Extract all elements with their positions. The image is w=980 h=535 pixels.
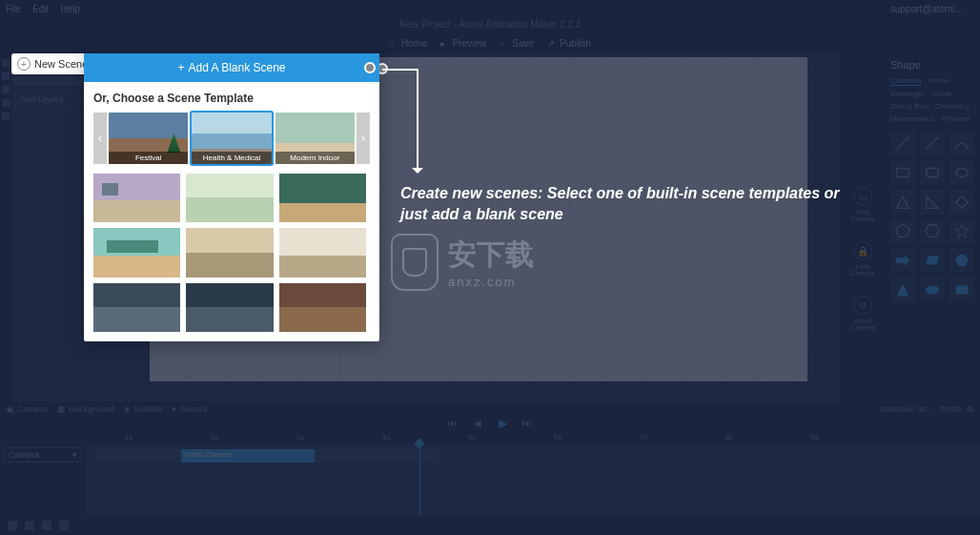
shape-hexagon[interactable]	[920, 218, 946, 244]
shape-arrow-right-fill[interactable]	[890, 248, 916, 274]
shape-panel-title: Shape	[890, 59, 974, 71]
shape-tab-math[interactable]: Mathematics	[890, 114, 933, 123]
carousel-item-health[interactable]: Health & Medical	[192, 113, 271, 164]
window-title: New Project - Atomi Animation Maker 2.2.…	[0, 17, 980, 32]
shape-star[interactable]	[949, 218, 974, 244]
template-item[interactable]	[93, 174, 180, 222]
svg-line-1	[926, 138, 938, 151]
lock-camera-button[interactable]: 🔒Lock Camera	[846, 241, 880, 277]
shape-right-triangle[interactable]	[920, 189, 946, 215]
svg-marker-10	[926, 225, 939, 237]
shape-grid	[890, 131, 974, 302]
shape-ellipse[interactable]	[949, 160, 974, 186]
carousel-prev-button[interactable]: ‹	[93, 113, 107, 164]
tab-camera[interactable]: ▣Camera	[6, 404, 48, 414]
settings-icon[interactable]: ⚙	[967, 404, 974, 414]
timeline-ruler: 1s 2s 3s 4s 5s 6s 7s 8s 9s	[0, 430, 980, 443]
track-dropdown[interactable]: Camera▾	[4, 447, 82, 463]
playback-controls: ⏮ ◀ ▶ ⏭	[0, 417, 980, 430]
status-icon-2[interactable]	[25, 521, 34, 530]
record-icon: ●	[172, 404, 176, 414]
main-toolbar: ⌂Home ▸Preview ▫Save ↗Publish	[0, 32, 980, 53]
shape-parallelogram-fill[interactable]	[920, 248, 946, 274]
timeline-track[interactable]: Initial Camera	[95, 449, 439, 463]
shape-tab-chemistry[interactable]: Chemistry	[935, 102, 970, 111]
shape-rounded-rect[interactable]	[920, 160, 946, 186]
template-item[interactable]	[186, 283, 273, 332]
plus-icon: +	[177, 61, 184, 74]
tool-1[interactable]	[2, 59, 10, 67]
shape-line[interactable]	[890, 131, 916, 156]
shape-tab-circle[interactable]: Circle	[932, 90, 951, 98]
shape-diamond[interactable]	[949, 189, 974, 215]
drag-handle-icon	[364, 62, 376, 73]
timeline-segment[interactable]: Initial Camera	[181, 449, 315, 463]
shape-tab-physical[interactable]: Physical	[941, 114, 970, 123]
tab-record[interactable]: ●Record	[172, 404, 207, 414]
shape-tab-arrow[interactable]: Arrow	[929, 76, 949, 86]
tool-4[interactable]	[2, 99, 10, 107]
menu-help[interactable]: Help	[60, 4, 80, 14]
reset-camera-button[interactable]: ↺Reset Camera	[846, 296, 880, 331]
template-item[interactable]	[279, 283, 366, 332]
play-button[interactable]: ▶	[498, 419, 507, 428]
add-blank-scene-button[interactable]: + Add A Blank Scene	[84, 53, 379, 82]
time-mark: 7s	[601, 433, 686, 442]
tab-subtitle[interactable]: ◈Subtitle	[124, 404, 162, 414]
shape-pentagon[interactable]	[890, 218, 916, 244]
carousel-next-button[interactable]: ›	[357, 113, 370, 164]
template-item[interactable]	[279, 228, 366, 277]
shape-tab-dialog[interactable]: Dialog Box	[890, 102, 928, 111]
shape-tab-common[interactable]: Common	[890, 76, 921, 86]
svg-rect-17	[955, 285, 968, 294]
autosave-status: autosave on...	[880, 404, 934, 414]
camera-icon: ▣	[6, 404, 14, 414]
skip-start-button[interactable]: ⏮	[448, 419, 458, 428]
shape-triangle[interactable]	[890, 189, 916, 215]
watermark-title: 安下载	[448, 236, 534, 275]
svg-marker-8	[955, 195, 968, 208]
status-icon-1[interactable]	[8, 521, 17, 530]
toolbar-home[interactable]: ⌂Home	[389, 38, 427, 49]
shape-tab-rectangle[interactable]: Rectangle	[890, 90, 925, 98]
svg-marker-9	[896, 224, 909, 237]
shape-triangle-fill[interactable]	[890, 277, 916, 302]
toolbar-preview[interactable]: ▸Preview	[440, 38, 487, 49]
status-icon-3[interactable]	[42, 521, 51, 530]
timeline-playhead[interactable]	[419, 443, 420, 516]
time-mark: 1s	[86, 433, 172, 442]
support-link[interactable]: support@atomi...	[890, 4, 963, 14]
callout-arrowhead	[412, 168, 423, 179]
tool-5[interactable]	[2, 113, 10, 120]
toolbar-publish[interactable]: ↗Publish	[547, 38, 591, 49]
time-mark: 5s	[429, 433, 515, 442]
template-item[interactable]	[186, 228, 273, 277]
status-icon-4[interactable]	[59, 521, 69, 530]
menu-edit[interactable]: Edit	[32, 4, 49, 14]
statusbar	[0, 516, 980, 535]
next-button[interactable]: ⏭	[522, 419, 532, 428]
toolbar-save[interactable]: ▫Save	[500, 38, 534, 49]
shape-circle-fill[interactable]	[949, 248, 974, 274]
prev-button[interactable]: ◀	[473, 419, 482, 428]
template-item[interactable]	[279, 174, 366, 222]
tool-3[interactable]	[2, 86, 10, 93]
timeline-track-area[interactable]: Initial Camera	[86, 443, 980, 516]
menu-file[interactable]: File	[6, 4, 21, 14]
subtitle-icon: ◈	[124, 404, 131, 414]
shape-ellipse-fill[interactable]	[920, 277, 946, 302]
template-item[interactable]	[93, 283, 180, 332]
shape-arrow[interactable]	[920, 131, 946, 156]
time-mark: 3s	[257, 433, 343, 442]
shape-rect[interactable]	[890, 160, 916, 186]
shape-rect-fill[interactable]	[949, 277, 974, 302]
shape-curve[interactable]	[949, 131, 974, 156]
template-item[interactable]	[93, 228, 180, 277]
carousel-item-festival[interactable]: Festival	[109, 113, 188, 164]
menubar: File Edit Help support@atomi...	[0, 0, 980, 17]
template-grid	[93, 174, 370, 332]
tab-background[interactable]: ▦Background	[57, 404, 114, 414]
tool-2[interactable]	[2, 72, 10, 80]
carousel-item-indoor[interactable]: Modern Indoor	[276, 113, 355, 164]
template-item[interactable]	[186, 174, 273, 222]
